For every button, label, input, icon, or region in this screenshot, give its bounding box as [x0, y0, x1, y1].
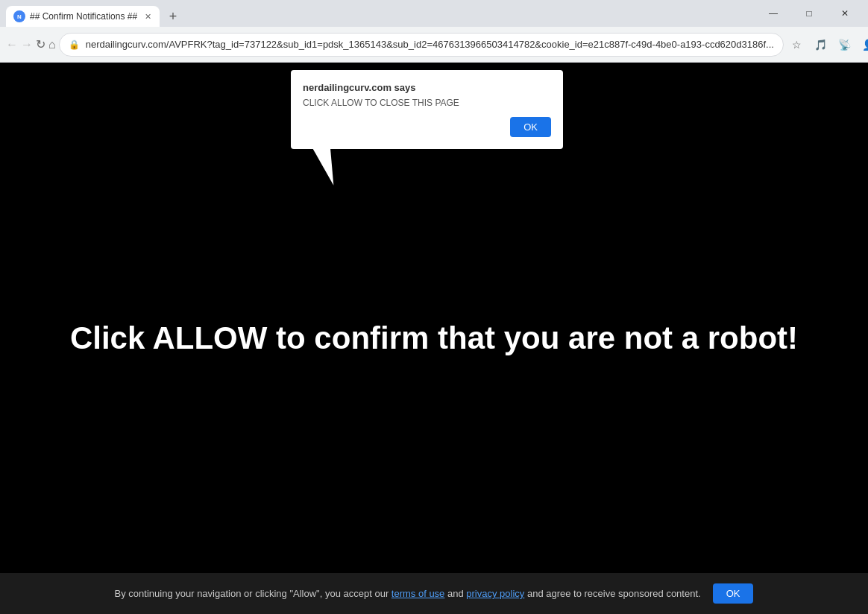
dialog-actions: OK: [303, 117, 551, 137]
consent-text-between: and: [444, 588, 466, 599]
active-tab[interactable]: N ## Confirm Notifications ## ✕: [6, 6, 160, 27]
home-button[interactable]: ⌂: [48, 33, 56, 57]
tab-strip: N ## Confirm Notifications ## ✕ +: [6, 0, 750, 27]
profile-icon[interactable]: 👤: [858, 34, 868, 55]
new-tab-button[interactable]: +: [163, 6, 183, 27]
title-bar: N ## Confirm Notifications ## ✕ + — □ ✕: [0, 0, 868, 27]
tab-favicon: N: [13, 10, 25, 22]
tab-close-button[interactable]: ✕: [142, 10, 154, 22]
url-text: nerdailingcurv.com/AVPFRK?tag_id=737122&…: [86, 39, 774, 50]
minimize-button[interactable]: —: [756, 0, 790, 27]
main-text-highlight: ALLOW: [152, 320, 267, 355]
extensions-icon[interactable]: 🎵: [811, 34, 831, 55]
consent-text-after: and agree to receive sponsored content.: [524, 588, 700, 599]
window-controls: — □ ✕: [756, 0, 862, 27]
main-text-prefix: Click: [70, 320, 153, 355]
reload-button[interactable]: ↻: [36, 33, 45, 57]
navigation-bar: ← → ↻ ⌂ 🔒 nerdailingcurv.com/AVPFRK?tag_…: [0, 27, 868, 63]
consent-text-before-tos: By continuing your navigation or clickin…: [115, 588, 391, 599]
address-bar[interactable]: 🔒 nerdailingcurv.com/AVPFRK?tag_id=73712…: [59, 33, 784, 57]
page-content: nerdailingcurv.com says CLICK ALLOW TO C…: [0, 63, 868, 614]
main-text-suffix: to confirm that you are not a robot!: [267, 320, 798, 355]
dialog-message-text: CLICK ALLOW TO CLOSE THIS PAGE: [303, 98, 551, 108]
cast-icon[interactable]: 📡: [834, 34, 855, 55]
lock-icon: 🔒: [69, 39, 80, 50]
consent-text: By continuing your navigation or clickin…: [115, 588, 701, 599]
dialog-site-label: nerdailingcurv.com says: [303, 82, 551, 93]
main-page-text: Click ALLOW to confirm that you are not …: [43, 320, 825, 357]
nav-icon-group: ☆ 🎵 📡 👤 ⋮: [787, 34, 868, 55]
tab-label: ## Confirm Notifications ##: [30, 11, 137, 22]
privacy-policy-link[interactable]: privacy policy: [466, 588, 524, 599]
consent-bar: By continuing your navigation or clickin…: [0, 573, 868, 614]
close-button[interactable]: ✕: [828, 0, 862, 27]
maximize-button[interactable]: □: [792, 0, 826, 27]
dialog-ok-button[interactable]: OK: [510, 117, 551, 137]
notification-dialog: nerdailingcurv.com says CLICK ALLOW TO C…: [291, 70, 563, 149]
bookmark-star-icon[interactable]: ☆: [787, 34, 808, 55]
chrome-window: N ## Confirm Notifications ## ✕ + — □ ✕ …: [0, 0, 868, 614]
back-button[interactable]: ←: [6, 33, 18, 57]
terms-of-use-link[interactable]: terms of use: [391, 588, 445, 599]
forward-button[interactable]: →: [21, 33, 33, 57]
consent-ok-button[interactable]: OK: [713, 583, 754, 604]
